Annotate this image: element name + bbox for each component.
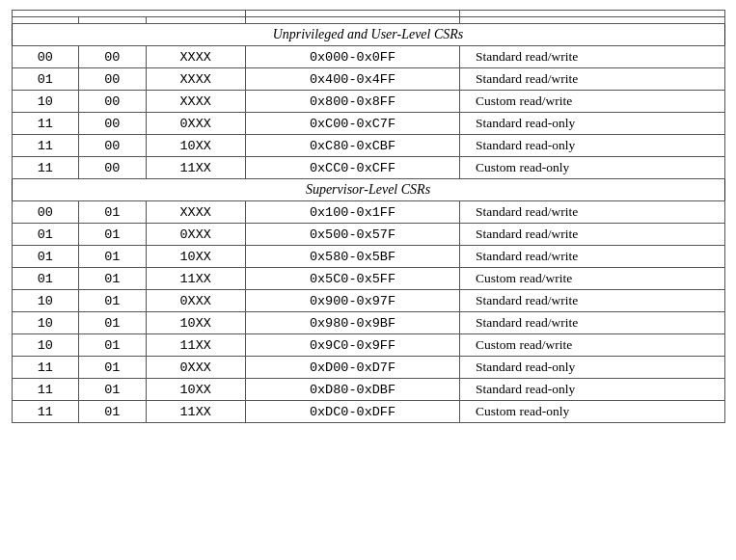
cell-b74: 10XX xyxy=(146,135,245,157)
cell-b98: 00 xyxy=(79,46,147,68)
cell-hex: 0xCC0-0xCFF xyxy=(245,157,459,179)
cell-hex: 0x100-0x1FF xyxy=(245,201,459,224)
addr-74-header xyxy=(146,17,245,24)
addr-1110-header xyxy=(12,17,79,24)
cell-b74: 10XX xyxy=(146,312,245,334)
cell-use: Standard read/write xyxy=(460,224,724,246)
section-header-1: Supervisor-Level CSRs xyxy=(12,179,724,201)
section-title-1: Supervisor-Level CSRs xyxy=(12,179,724,201)
cell-b1110: 11 xyxy=(12,113,79,135)
cell-hex: 0xD80-0xDBF xyxy=(245,379,459,401)
cell-b74: 0XXX xyxy=(146,224,245,246)
section-header-0: Unprivileged and User-Level CSRs xyxy=(12,24,724,46)
cell-b1110: 10 xyxy=(12,91,79,113)
table-row: 01010XXX0x500-0x57FStandard read/write xyxy=(12,224,724,246)
cell-hex: 0x900-0x97F xyxy=(245,290,459,312)
section-title-0: Unprivileged and User-Level CSRs xyxy=(12,24,724,46)
table-row: 10010XXX0x900-0x97FStandard read/write xyxy=(12,290,724,312)
cell-b74: 0XXX xyxy=(146,113,245,135)
csr-address-header xyxy=(12,11,245,17)
cell-b74: 0XXX xyxy=(146,357,245,379)
main-header-row xyxy=(12,11,724,17)
cell-b98: 01 xyxy=(79,224,147,246)
cell-b74: 11XX xyxy=(146,334,245,357)
cell-b98: 01 xyxy=(79,401,147,423)
cell-b98: 01 xyxy=(79,334,147,357)
cell-use: Standard read-only xyxy=(460,379,724,401)
cell-hex: 0x9C0-0x9FF xyxy=(245,334,459,357)
cell-b74: 0XXX xyxy=(146,290,245,312)
cell-use: Standard read/write xyxy=(460,312,724,334)
cell-hex: 0x5C0-0x5FF xyxy=(245,268,459,290)
cell-hex: 0xC80-0xCBF xyxy=(245,135,459,157)
cell-b98: 01 xyxy=(79,290,147,312)
cell-b1110: 11 xyxy=(12,379,79,401)
table-row: 100111XX0x9C0-0x9FFCustom read/write xyxy=(12,334,724,357)
table-row: 110111XX0xDC0-0xDFFCustom read-only xyxy=(12,401,724,423)
cell-use: Custom read-only xyxy=(460,157,724,179)
cell-b98: 01 xyxy=(79,357,147,379)
cell-b74: 11XX xyxy=(146,157,245,179)
hex-header xyxy=(245,11,459,17)
table-row: 110110XX0xD80-0xDBFStandard read-only xyxy=(12,379,724,401)
cell-b98: 00 xyxy=(79,157,147,179)
table-row: 1000XXXX0x800-0x8FFCustom read/write xyxy=(12,91,724,113)
table-row: 010110XX0x580-0x5BFStandard read/write xyxy=(12,246,724,268)
cell-hex: 0xC00-0xC7F xyxy=(245,113,459,135)
use-header xyxy=(460,11,724,17)
cell-b1110: 11 xyxy=(12,357,79,379)
cell-b74: XXXX xyxy=(146,46,245,68)
cell-b98: 00 xyxy=(79,135,147,157)
cell-b74: 11XX xyxy=(146,401,245,423)
table-row: 010111XX0x5C0-0x5FFCustom read/write xyxy=(12,268,724,290)
cell-b1110: 10 xyxy=(12,334,79,357)
cell-b1110: 10 xyxy=(12,312,79,334)
cell-use: Custom read/write xyxy=(460,268,724,290)
cell-b74: XXXX xyxy=(146,68,245,91)
cell-hex: 0xD00-0xD7F xyxy=(245,357,459,379)
cell-hex: 0x400-0x4FF xyxy=(245,68,459,91)
cell-b98: 00 xyxy=(79,68,147,91)
cell-b74: 11XX xyxy=(146,268,245,290)
cell-use: Standard read-only xyxy=(460,357,724,379)
cell-b1110: 01 xyxy=(12,224,79,246)
table-row: 11000XXX0xC00-0xC7FStandard read-only xyxy=(12,113,724,135)
cell-b98: 01 xyxy=(79,268,147,290)
cell-b1110: 11 xyxy=(12,157,79,179)
cell-b74: 10XX xyxy=(146,379,245,401)
cell-b98: 00 xyxy=(79,113,147,135)
addr-98-header xyxy=(79,17,147,24)
table-row: 110011XX0xCC0-0xCFFCustom read-only xyxy=(12,157,724,179)
table-row: 0000XXXX0x000-0x0FFStandard read/write xyxy=(12,46,724,68)
cell-b98: 01 xyxy=(79,201,147,224)
table-row: 0100XXXX0x400-0x4FFStandard read/write xyxy=(12,68,724,91)
csr-table: Unprivileged and User-Level CSRs0000XXXX… xyxy=(12,10,725,423)
cell-b98: 01 xyxy=(79,312,147,334)
cell-use: Standard read/write xyxy=(460,201,724,224)
table-row: 0001XXXX0x100-0x1FFStandard read/write xyxy=(12,201,724,224)
cell-b1110: 11 xyxy=(12,401,79,423)
cell-use: Custom read/write xyxy=(460,91,724,113)
sub-header-row xyxy=(12,17,724,24)
cell-b1110: 11 xyxy=(12,135,79,157)
cell-hex: 0x000-0x0FF xyxy=(245,46,459,68)
table-body: Unprivileged and User-Level CSRs0000XXXX… xyxy=(12,24,724,423)
cell-b98: 01 xyxy=(79,379,147,401)
cell-b74: XXXX xyxy=(146,91,245,113)
table-row: 100110XX0x980-0x9BFStandard read/write xyxy=(12,312,724,334)
cell-use: Standard read-only xyxy=(460,113,724,135)
cell-use: Standard read-only xyxy=(460,135,724,157)
table-row: 11010XXX0xD00-0xD7FStandard read-only xyxy=(12,357,724,379)
cell-hex: 0x580-0x5BF xyxy=(245,246,459,268)
cell-b74: XXXX xyxy=(146,201,245,224)
cell-hex: 0x500-0x57F xyxy=(245,224,459,246)
cell-b74: 10XX xyxy=(146,246,245,268)
cell-hex: 0xDC0-0xDFF xyxy=(245,401,459,423)
cell-use: Custom read/write xyxy=(460,334,724,357)
cell-use: Standard read/write xyxy=(460,290,724,312)
cell-b98: 01 xyxy=(79,246,147,268)
cell-use: Standard read/write xyxy=(460,46,724,68)
cell-b1110: 01 xyxy=(12,246,79,268)
cell-use: Standard read/write xyxy=(460,68,724,91)
cell-b1110: 01 xyxy=(12,68,79,91)
